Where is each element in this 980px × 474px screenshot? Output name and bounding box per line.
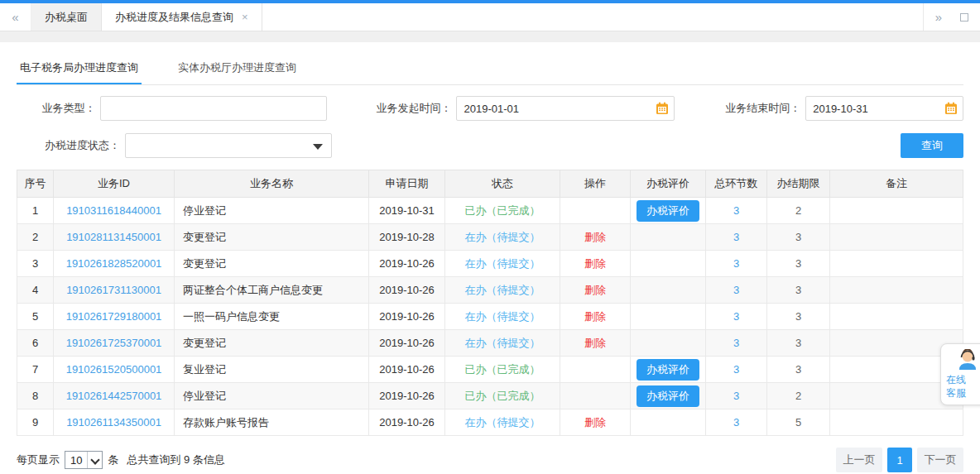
- cell-operation[interactable]: 删除: [560, 277, 631, 304]
- business-type-input[interactable]: [100, 96, 327, 121]
- cell-status: 已办（已完成）: [445, 357, 560, 383]
- cell-operation[interactable]: 删除: [560, 224, 631, 251]
- column-header: 序号: [17, 170, 54, 198]
- cell-total-steps[interactable]: 3: [706, 383, 767, 409]
- progress-status-select[interactable]: [125, 133, 332, 158]
- cell-business-id[interactable]: 1910261134350001: [54, 409, 175, 436]
- cell-evaluation[interactable]: 办税评价: [631, 383, 706, 409]
- next-page-button[interactable]: 下一页: [917, 448, 963, 472]
- subtab-etax-progress[interactable]: 电子税务局办理进度查询: [17, 54, 142, 84]
- cell-business-id[interactable]: 1910261442570001: [54, 383, 175, 409]
- column-header: 申请日期: [369, 170, 445, 198]
- cell-business-id[interactable]: 1910281131450001: [54, 224, 175, 251]
- cell-business-id[interactable]: 1910261731130001: [54, 277, 175, 304]
- cell-apply-date: 2019-10-26: [369, 304, 445, 330]
- content-divider-band: [0, 31, 980, 42]
- business-id-link[interactable]: 1910261442570001: [66, 390, 162, 402]
- online-service-widget[interactable]: 在线 客服: [940, 343, 980, 405]
- cell-total-steps[interactable]: 3: [706, 409, 767, 436]
- cell-operation: [560, 198, 631, 224]
- total-steps-link[interactable]: 3: [733, 257, 739, 270]
- window-tab-progress-query[interactable]: 办税进度及结果信息查询 ×: [102, 3, 262, 31]
- total-steps-link[interactable]: 3: [733, 363, 739, 376]
- cell-business-id[interactable]: 1910261828520001: [54, 251, 175, 277]
- table-footer: 每页显示 10 条 总共查询到 9 条信息 上一页 1 下一页: [17, 448, 963, 472]
- tabs-scroll-right-icon[interactable]: »: [935, 10, 942, 24]
- total-steps-link[interactable]: 3: [733, 284, 739, 296]
- business-id-link[interactable]: 1910261828520001: [66, 257, 162, 270]
- cell-evaluation[interactable]: 办税评价: [631, 198, 706, 224]
- table-body: 11910311618440001停业登记2019-10-31已办（已完成）办税…: [17, 198, 963, 436]
- table-row: 81910261442570001停业登记2019-10-26已办（已完成）办税…: [17, 383, 963, 409]
- tax-evaluation-button[interactable]: 办税评价: [637, 359, 699, 381]
- business-id-link[interactable]: 1910261725370001: [66, 337, 162, 349]
- tax-evaluation-button[interactable]: 办税评价: [637, 385, 699, 407]
- total-steps-link[interactable]: 3: [733, 337, 739, 349]
- tabs-scroll-left-icon[interactable]: «: [0, 3, 31, 31]
- business-id-link[interactable]: 1910261729180001: [66, 310, 162, 323]
- cell-seq: 5: [17, 304, 54, 330]
- cell-apply-date: 2019-10-26: [369, 330, 445, 357]
- cell-seq: 8: [17, 383, 54, 409]
- subtab-hall-progress[interactable]: 实体办税厅办理进度查询: [175, 54, 300, 84]
- business-type-label: 业务类型：: [17, 101, 95, 116]
- results-table: 序号业务ID业务名称申请日期状态操作办税评价总环节数办结期限备注 1191031…: [17, 170, 963, 436]
- cell-total-steps[interactable]: 3: [706, 357, 767, 383]
- status-text: 已办（已完成）: [465, 204, 540, 217]
- window-tab-desktop[interactable]: 办税桌面: [31, 3, 102, 31]
- end-date-input[interactable]: [805, 96, 963, 121]
- column-header: 办结期限: [767, 170, 830, 198]
- cell-operation[interactable]: 删除: [560, 304, 631, 330]
- maximize-icon[interactable]: [960, 13, 968, 22]
- cell-evaluation[interactable]: 办税评价: [631, 357, 706, 383]
- business-id-link[interactable]: 1910281131450001: [66, 231, 161, 243]
- delete-link[interactable]: 删除: [584, 337, 606, 349]
- page-size-select[interactable]: 10: [65, 451, 103, 469]
- calendar-icon[interactable]: [656, 102, 669, 115]
- window-tabbar: « 办税桌面 办税进度及结果信息查询 × »: [0, 3, 980, 31]
- delete-link[interactable]: 删除: [584, 416, 606, 429]
- total-steps-link[interactable]: 3: [733, 204, 739, 217]
- business-id-link[interactable]: 1910311618440001: [66, 204, 161, 217]
- cell-business-id[interactable]: 1910261725370001: [54, 330, 175, 357]
- end-time-label: 业务结束时间：: [704, 101, 800, 116]
- calendar-icon[interactable]: [944, 102, 958, 115]
- total-steps-link[interactable]: 3: [733, 310, 739, 323]
- cell-total-steps[interactable]: 3: [706, 304, 767, 330]
- cell-business-id[interactable]: 1910311618440001: [54, 198, 175, 224]
- cell-business-id[interactable]: 1910261520500001: [54, 357, 175, 383]
- delete-link[interactable]: 删除: [584, 231, 606, 243]
- cell-seq: 7: [17, 357, 54, 383]
- cell-total-steps[interactable]: 3: [706, 224, 767, 251]
- cell-seq: 1: [17, 198, 54, 224]
- query-button[interactable]: 查询: [901, 133, 963, 158]
- cell-total-steps[interactable]: 3: [706, 330, 767, 357]
- cell-evaluation: [631, 304, 706, 330]
- current-page-button[interactable]: 1: [887, 448, 912, 472]
- total-steps-link[interactable]: 3: [733, 390, 739, 402]
- cell-operation[interactable]: 删除: [560, 251, 631, 277]
- table-row: 51910261729180001一照一码户信息变更2019-10-26在办（待…: [17, 304, 963, 330]
- column-header: 业务ID: [54, 170, 175, 198]
- business-id-link[interactable]: 1910261134350001: [66, 416, 161, 429]
- cell-operation[interactable]: 删除: [560, 330, 631, 357]
- cell-total-steps[interactable]: 3: [706, 277, 767, 304]
- business-id-link[interactable]: 1910261731130001: [66, 284, 161, 296]
- tab-close-icon[interactable]: ×: [242, 11, 248, 23]
- prev-page-button[interactable]: 上一页: [836, 448, 882, 472]
- table-row: 11910311618440001停业登记2019-10-31已办（已完成）办税…: [17, 198, 963, 224]
- cell-business-id[interactable]: 1910261729180001: [54, 304, 175, 330]
- cell-apply-date: 2019-10-26: [369, 383, 445, 409]
- cell-total-steps[interactable]: 3: [706, 251, 767, 277]
- delete-link[interactable]: 删除: [584, 257, 606, 270]
- delete-link[interactable]: 删除: [584, 284, 606, 296]
- business-id-link[interactable]: 1910261520500001: [66, 363, 162, 376]
- table-header-row: 序号业务ID业务名称申请日期状态操作办税评价总环节数办结期限备注: [17, 170, 963, 198]
- start-date-input[interactable]: [456, 96, 674, 121]
- cell-total-steps[interactable]: 3: [706, 198, 767, 224]
- total-steps-link[interactable]: 3: [733, 231, 739, 243]
- delete-link[interactable]: 删除: [584, 310, 606, 323]
- cell-operation[interactable]: 删除: [560, 409, 631, 436]
- tax-evaluation-button[interactable]: 办税评价: [637, 200, 699, 222]
- total-steps-link[interactable]: 3: [733, 416, 739, 429]
